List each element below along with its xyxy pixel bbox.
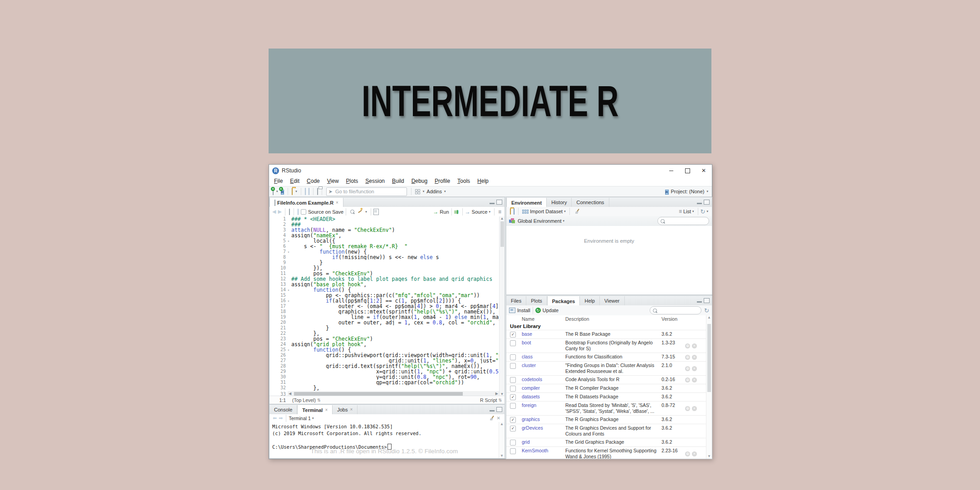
terminal-forward-icon[interactable]: ➡	[279, 415, 283, 421]
close-tab-icon[interactable]: ×	[350, 405, 353, 414]
package-name-link[interactable]: KernSmooth	[522, 448, 565, 459]
new-file-dropdown-icon[interactable]: ▾	[276, 190, 278, 193]
package-checkbox[interactable]: ✓	[510, 332, 516, 338]
packages-search[interactable]	[650, 306, 701, 314]
close-tab-icon[interactable]: ×	[336, 198, 338, 207]
refresh-icon[interactable]: ↻	[701, 208, 706, 215]
scope-dropdown-icon[interactable]: ▾	[563, 219, 565, 223]
package-name-link[interactable]: base	[522, 331, 565, 338]
browse-package-icon[interactable]: ⊕	[685, 377, 690, 382]
browse-package-icon[interactable]: ⊕	[685, 355, 690, 360]
close-button[interactable]: ✕	[696, 165, 712, 176]
terminal-selector[interactable]: Terminal 1	[289, 416, 310, 421]
minimize-button[interactable]	[663, 165, 679, 176]
forward-icon[interactable]: ▶	[278, 209, 281, 215]
maximize-button[interactable]	[679, 165, 696, 176]
tab-terminal[interactable]: Terminal×	[297, 405, 333, 415]
pane-layout-button[interactable]	[415, 189, 420, 194]
tab-source-file[interactable]: FileInfo.com Example.R ×	[270, 198, 343, 207]
rerun-icon[interactable]: ⇉	[454, 209, 459, 215]
menu-build[interactable]: Build	[388, 176, 408, 186]
run-button[interactable]: Run	[440, 209, 449, 215]
find-replace-icon[interactable]	[350, 210, 354, 214]
update-button[interactable]: Update	[543, 308, 559, 313]
menu-code[interactable]: Code	[303, 176, 323, 186]
project-dropdown-icon[interactable]: ▾	[706, 190, 708, 193]
package-checkbox[interactable]	[510, 340, 516, 346]
open-recent-dropdown-icon[interactable]: ▾	[295, 190, 297, 193]
source-button[interactable]: Source	[472, 209, 488, 215]
menu-debug[interactable]: Debug	[408, 176, 431, 186]
list-dropdown-icon[interactable]: ▾	[692, 210, 694, 213]
tab-environment[interactable]: Environment	[506, 198, 547, 207]
package-name-link[interactable]: cluster	[522, 363, 565, 374]
source-dropdown-icon[interactable]: ▾	[489, 210, 490, 214]
refresh-dropdown-icon[interactable]: ▾	[706, 210, 708, 213]
environment-search[interactable]	[657, 217, 709, 225]
package-checkbox[interactable]	[510, 448, 516, 454]
menu-edit[interactable]: Edit	[286, 176, 303, 186]
import-dropdown-icon[interactable]: ▾	[564, 210, 566, 213]
maximize-pane-icon[interactable]	[496, 407, 502, 412]
package-checkbox[interactable]: ✓	[510, 426, 516, 431]
save-all-button[interactable]	[309, 188, 309, 195]
menu-session[interactable]: Session	[362, 176, 388, 186]
hscroll-thumb[interactable]	[294, 392, 463, 396]
package-checkbox[interactable]	[510, 377, 516, 383]
package-checkbox[interactable]	[510, 440, 516, 446]
close-terminal-icon[interactable]: ✕	[497, 416, 500, 421]
tab-files[interactable]: Files	[506, 296, 526, 305]
terminal-back-icon[interactable]: ⬅	[273, 415, 277, 421]
clear-terminal-icon[interactable]	[489, 416, 495, 421]
code-tools-icon[interactable]	[358, 209, 363, 214]
list-view-selector[interactable]: List	[683, 209, 691, 214]
package-name-link[interactable]: grDevices	[522, 425, 565, 437]
package-checkbox[interactable]: ✓	[510, 417, 516, 423]
package-checkbox[interactable]: ✓	[510, 394, 516, 400]
load-workspace-icon[interactable]	[510, 209, 511, 214]
package-checkbox[interactable]	[510, 363, 516, 369]
minimize-pane-icon[interactable]	[490, 407, 495, 412]
tab-connections[interactable]: Connections	[572, 198, 609, 207]
package-name-link[interactable]: foreign	[522, 402, 565, 414]
maximize-pane-icon[interactable]	[704, 298, 710, 303]
browse-package-icon[interactable]: ⊕	[685, 451, 690, 456]
terminal-vscrollbar[interactable]: ▲▼	[499, 422, 505, 458]
remove-package-icon[interactable]: ×	[692, 343, 697, 348]
package-name-link[interactable]: boot	[522, 340, 565, 352]
package-name-link[interactable]: datasets	[522, 394, 565, 400]
open-file-button[interactable]	[292, 188, 293, 195]
menu-help[interactable]: Help	[474, 176, 492, 186]
popout-icon[interactable]	[289, 209, 290, 215]
source-on-save-checkbox[interactable]	[301, 209, 306, 215]
menu-profile[interactable]: Profile	[431, 176, 454, 186]
scope-selector[interactable]: (Top Level)	[292, 397, 316, 403]
packages-scroll-thumb[interactable]	[707, 324, 711, 392]
pane-layout-dropdown-icon[interactable]: ▾	[423, 190, 425, 193]
minimize-pane-icon[interactable]	[697, 200, 702, 204]
package-checkbox[interactable]	[510, 386, 516, 392]
compile-report-icon[interactable]	[373, 209, 379, 215]
window-titlebar[interactable]: R RStudio ✕	[269, 165, 712, 176]
fold-arrow-icon[interactable]: ▾	[288, 348, 289, 353]
goto-file-input[interactable]	[334, 188, 391, 195]
package-checkbox[interactable]	[510, 354, 516, 360]
maximize-pane-icon[interactable]	[704, 200, 710, 205]
package-name-link[interactable]: graphics	[522, 416, 565, 423]
packages-vscrollbar[interactable]: ▲▼	[706, 315, 712, 459]
project-selector[interactable]: Project: (None)	[671, 189, 705, 194]
remove-package-icon[interactable]: ×	[692, 451, 697, 456]
menu-file[interactable]: File	[270, 176, 286, 186]
save-workspace-icon[interactable]	[514, 209, 514, 214]
tab-jobs[interactable]: Jobs×	[333, 405, 358, 414]
fold-arrow-icon[interactable]: ▾	[288, 288, 289, 293]
package-checkbox[interactable]	[510, 403, 516, 409]
new-file-button[interactable]: +	[273, 188, 274, 195]
menu-plots[interactable]: Plots	[343, 176, 362, 186]
scroll-left-icon[interactable]: ◀	[289, 392, 291, 396]
fold-arrow-icon[interactable]: ▾	[288, 239, 289, 244]
document-outline-icon[interactable]: ≡	[498, 209, 501, 215]
browse-package-icon[interactable]: ⊕	[685, 343, 690, 348]
refresh-packages-icon[interactable]: ↻	[704, 307, 709, 314]
minimize-pane-icon[interactable]	[697, 299, 702, 303]
